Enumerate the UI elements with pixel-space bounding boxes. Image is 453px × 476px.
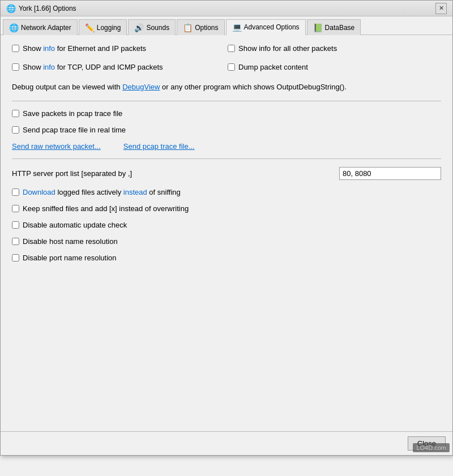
show-info-tcp-label[interactable]: Show info for TCP, UDP and ICMP packets bbox=[23, 63, 163, 71]
separator-1 bbox=[12, 101, 441, 101]
tab-options[interactable]: 📋 Options bbox=[177, 19, 224, 35]
checkbox-row-send-pcap-realtime: Send pcap trace file in real time bbox=[12, 126, 441, 134]
tab-advanced-options-label: Advanced Options bbox=[244, 23, 300, 31]
show-info-tcp-checkbox[interactable] bbox=[12, 63, 19, 71]
tab-bar: 🌐 Network Adapter ✏️ Logging 🔊 Sounds 📋 … bbox=[1, 16, 452, 35]
instead-highlight: instead bbox=[123, 188, 147, 196]
checkbox-row-tcp: Show info for TCP, UDP and ICMP packets bbox=[12, 63, 225, 71]
app-icon: 🌐 bbox=[6, 4, 15, 13]
logging-icon: ✏️ bbox=[85, 23, 95, 32]
send-pcap-realtime-label[interactable]: Send pcap trace file in real time bbox=[23, 126, 126, 134]
window-close-button[interactable]: ✕ bbox=[435, 3, 447, 14]
tab-logging-label: Logging bbox=[97, 24, 121, 32]
footer: Close bbox=[1, 431, 452, 455]
show-info-other-checkbox[interactable] bbox=[228, 45, 235, 52]
disable-port-resolution-checkbox[interactable] bbox=[12, 254, 19, 261]
tab-database-label: DataBase bbox=[325, 24, 355, 32]
tab-network-adapter-label: Network Adapter bbox=[21, 24, 71, 32]
disable-port-resolution-label[interactable]: Disable port name resolution bbox=[23, 254, 116, 262]
dump-packet-label[interactable]: Dump packet content bbox=[238, 63, 308, 71]
tab-sounds[interactable]: 🔊 Sounds bbox=[128, 19, 176, 35]
http-port-input[interactable] bbox=[339, 167, 441, 180]
checkbox-row-download-logged: Download logged files actively instead o… bbox=[12, 188, 441, 196]
checkbox-row-save-pcap: Save packets in pcap trace file bbox=[12, 109, 441, 118]
network-adapter-icon: 🌐 bbox=[9, 23, 19, 32]
window-title: York [1.66] Options bbox=[19, 5, 76, 12]
save-pcap-checkbox[interactable] bbox=[12, 110, 19, 117]
checkbox-row-disable-auto-update: Disable automatic update check bbox=[12, 221, 441, 229]
http-port-row: HTTP server port list [separated by ,] bbox=[12, 167, 441, 180]
tab-sounds-label: Sounds bbox=[146, 24, 169, 32]
sounds-icon: 🔊 bbox=[134, 23, 144, 32]
checkbox-row-ethernet: Show info for Ethernet and IP packets bbox=[12, 44, 225, 53]
separator-2 bbox=[12, 158, 441, 159]
checkbox-group-row2: Show info for TCP, UDP and ICMP packets … bbox=[12, 63, 441, 79]
send-raw-network-link[interactable]: Send raw network packet... bbox=[12, 142, 101, 151]
keep-sniffed-checkbox[interactable] bbox=[12, 205, 19, 212]
tab-options-label: Options bbox=[195, 24, 218, 32]
title-bar-left: 🌐 York [1.66] Options bbox=[6, 4, 76, 13]
send-pcap-realtime-checkbox[interactable] bbox=[12, 126, 19, 134]
disable-auto-update-label[interactable]: Disable automatic update check bbox=[23, 221, 127, 229]
disable-host-resolution-label[interactable]: Disable host name resolution bbox=[23, 237, 118, 246]
debug-text-prefix: Debug output can be viewed with bbox=[12, 83, 122, 91]
show-info-ethernet-label[interactable]: Show info for Ethernet and IP packets bbox=[23, 44, 146, 53]
main-window: 🌐 York [1.66] Options ✕ 🌐 Network Adapte… bbox=[0, 0, 453, 456]
show-info-ethernet-checkbox[interactable] bbox=[12, 45, 19, 52]
disable-auto-update-checkbox[interactable] bbox=[12, 221, 19, 229]
info-highlight-2: info bbox=[43, 63, 55, 71]
tab-content: Show info for Ethernet and IP packets Sh… bbox=[1, 35, 452, 431]
options-icon: 📋 bbox=[183, 23, 193, 32]
debugview-link[interactable]: DebugView bbox=[122, 83, 160, 91]
checkbox-group-row1: Show info for Ethernet and IP packets Sh… bbox=[12, 44, 441, 61]
send-pcap-trace-link[interactable]: Send pcap trace file... bbox=[123, 142, 195, 151]
tab-network-adapter[interactable]: 🌐 Network Adapter bbox=[3, 19, 78, 35]
checkbox-row-other-packets: Show info for all other packets bbox=[228, 44, 441, 53]
download-highlight: Download bbox=[23, 188, 55, 196]
download-logged-checkbox[interactable] bbox=[12, 188, 19, 196]
show-info-other-label[interactable]: Show info for all other packets bbox=[238, 44, 337, 53]
tab-logging[interactable]: ✏️ Logging bbox=[79, 19, 127, 35]
dump-packet-checkbox[interactable] bbox=[228, 63, 235, 71]
debug-info: Debug output can be viewed with DebugVie… bbox=[12, 82, 441, 93]
tab-advanced-options[interactable]: 💻 Advanced Options bbox=[226, 19, 306, 35]
checkbox-row-disable-port-resolution: Disable port name resolution bbox=[12, 254, 441, 262]
download-logged-label[interactable]: Download logged files actively instead o… bbox=[23, 188, 181, 196]
tab-database[interactable]: 📗 DataBase bbox=[307, 19, 361, 35]
save-pcap-label[interactable]: Save packets in pcap trace file bbox=[23, 109, 122, 118]
database-icon: 📗 bbox=[313, 23, 323, 32]
checkbox-row-disable-host-resolution: Disable host name resolution bbox=[12, 237, 441, 246]
http-label: HTTP server port list [separated by ,] bbox=[12, 169, 132, 178]
checkbox-row-keep-sniffed: Keep sniffed files and add [x] instead o… bbox=[12, 204, 441, 213]
disable-host-resolution-checkbox[interactable] bbox=[12, 238, 19, 245]
watermark: LO4D.com bbox=[413, 443, 450, 452]
links-row: Send raw network packet... Send pcap tra… bbox=[12, 142, 441, 151]
checkbox-row-dump: Dump packet content bbox=[228, 63, 441, 71]
debug-text-suffix: or any other program which shows OutputD… bbox=[160, 83, 347, 91]
title-bar: 🌐 York [1.66] Options ✕ bbox=[1, 1, 452, 16]
info-highlight-1: info bbox=[43, 44, 55, 53]
keep-sniffed-label[interactable]: Keep sniffed files and add [x] instead o… bbox=[23, 204, 189, 213]
advanced-options-icon: 💻 bbox=[232, 23, 242, 32]
